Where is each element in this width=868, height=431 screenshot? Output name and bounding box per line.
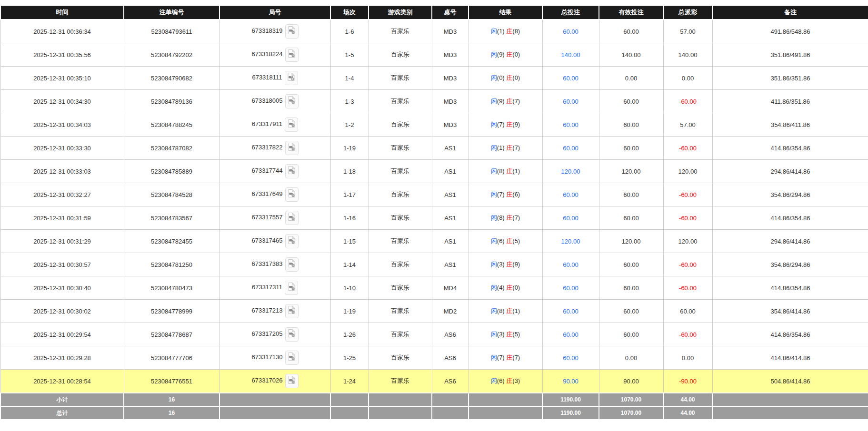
footer-total-bet: 1190.00: [542, 393, 599, 406]
video-replay-button[interactable]: [285, 351, 299, 365]
footer-payout: 44.00: [663, 406, 712, 420]
video-replay-button[interactable]: [285, 257, 299, 272]
table-row[interactable]: 2025-12-31 00:30:40523084780473673317311…: [0, 276, 868, 300]
table-row[interactable]: 2025-12-31 00:29:28523084777706673317130…: [0, 346, 868, 370]
table-no-cell: AS1: [432, 253, 469, 276]
total-bet-link[interactable]: 60.00: [563, 75, 579, 82]
video-replay-button[interactable]: [285, 327, 299, 342]
video-replay-button[interactable]: [285, 141, 299, 155]
banker-score: (0): [512, 284, 520, 291]
total-bet-link[interactable]: 60.00: [563, 98, 579, 105]
game-type-cell: 百家乐: [369, 183, 432, 206]
round-cell: 673318224: [219, 43, 330, 67]
valid-bet-cell: 60.00: [599, 183, 663, 206]
valid-bet-cell: 120.00: [599, 160, 663, 183]
table-row[interactable]: 2025-12-31 00:30:57523084781250673317383…: [0, 253, 868, 276]
total-bet-link[interactable]: 90.00: [563, 378, 579, 385]
video-replay-button[interactable]: [285, 118, 298, 132]
bet-id-cell: 523084793611: [124, 20, 219, 43]
player-label: 闲: [491, 51, 497, 58]
table-row[interactable]: 2025-12-31 00:33:30523084787082673317822…: [0, 137, 868, 160]
table-no-cell: AS6: [432, 346, 469, 370]
total-bet-link[interactable]: 140.00: [561, 51, 580, 59]
total-bet-link[interactable]: 60.00: [563, 308, 579, 315]
result-cell: 闲(9) 庄(7): [469, 90, 542, 113]
banker-score: (7): [512, 354, 520, 361]
table-row[interactable]: 2025-12-31 00:30:02523084778999673317213…: [0, 300, 868, 323]
total-bet-link[interactable]: 60.00: [563, 354, 579, 362]
banker-score: (9): [512, 121, 520, 128]
total-bet-link[interactable]: 120.00: [561, 168, 580, 175]
table-row[interactable]: 2025-12-31 00:33:03523084785889673317744…: [0, 160, 868, 183]
table-row[interactable]: 2025-12-31 00:28:54523084776551673317026…: [0, 370, 868, 393]
table-row[interactable]: 2025-12-31 00:35:56523084792202673318224…: [0, 43, 868, 67]
payout-cell: -60.00: [663, 90, 712, 113]
video-replay-button[interactable]: [285, 234, 299, 248]
total-bet-cell: 60.00: [542, 323, 599, 346]
bet-id-cell: 523084787082: [124, 137, 219, 160]
table-row[interactable]: 2025-12-31 00:31:29523084782455673317465…: [0, 230, 868, 253]
video-replay-button[interactable]: [285, 374, 299, 388]
subtotal-row: 小计161190.001070.0044.00: [0, 393, 868, 406]
video-replay-button[interactable]: [285, 304, 299, 318]
banker-score: (0): [512, 51, 520, 58]
bet-id-cell: 523084782455: [124, 230, 219, 253]
video-replay-button[interactable]: [285, 48, 299, 62]
bet-id-cell: 523084785889: [124, 160, 219, 183]
table-row[interactable]: 2025-12-31 00:35:10523084790682673318111…: [0, 67, 868, 90]
round-cell: 673318111: [219, 67, 330, 90]
valid-bet-cell: 140.00: [599, 43, 663, 67]
total-bet-cell: 60.00: [542, 253, 599, 276]
table-no-cell: MD3: [432, 67, 469, 90]
footer-empty-cell: [432, 393, 469, 406]
table-row[interactable]: 2025-12-31 00:29:54523084778687673317205…: [0, 323, 868, 346]
result-cell: 闲(4) 庄(0): [469, 276, 542, 300]
total-bet-link[interactable]: 60.00: [563, 215, 579, 222]
table-row[interactable]: 2025-12-31 00:34:30523084789136673318005…: [0, 90, 868, 113]
table-row[interactable]: 2025-12-31 00:32:27523084784528673317649…: [0, 183, 868, 206]
time-cell: 2025-12-31 00:29:54: [0, 323, 124, 346]
valid-bet-cell: 120.00: [599, 230, 663, 253]
footer-empty-cell: [330, 393, 369, 406]
total-bet-cell: 60.00: [542, 113, 599, 137]
video-replay-button[interactable]: [285, 187, 299, 202]
round-id: 673317822: [251, 144, 282, 151]
total-bet-link[interactable]: 60.00: [563, 28, 579, 35]
total-bet-link[interactable]: 60.00: [563, 121, 579, 128]
table-row[interactable]: 2025-12-31 00:34:03523084788245673317911…: [0, 113, 868, 137]
column-header-total_bet: 总投注: [542, 5, 599, 20]
result-cell: 闲(8) 庄(1): [469, 160, 542, 183]
column-header-time: 时间: [0, 5, 124, 20]
video-replay-button[interactable]: [285, 24, 299, 39]
table-row[interactable]: 2025-12-31 00:31:59523084783567673317557…: [0, 206, 868, 230]
time-cell: 2025-12-31 00:34:03: [0, 113, 124, 137]
video-replay-button[interactable]: [285, 94, 299, 108]
table-row[interactable]: 2025-12-31 00:36:34523084793611673318319…: [0, 20, 868, 43]
total-bet-link[interactable]: 60.00: [563, 191, 579, 198]
total-bet-link[interactable]: 60.00: [563, 331, 579, 338]
total-bet-link[interactable]: 60.00: [563, 145, 579, 152]
footer-label: 小计: [0, 393, 124, 406]
total-bet-cell: 60.00: [542, 346, 599, 370]
video-replay-button[interactable]: [285, 71, 298, 85]
total-bet-link[interactable]: 120.00: [561, 238, 580, 245]
payout-cell: -60.00: [663, 323, 712, 346]
session-cell: 1-19: [330, 300, 369, 323]
video-replay-button[interactable]: [285, 211, 299, 225]
round-cell: 673317383: [219, 253, 330, 276]
player-score: (0): [497, 74, 507, 81]
video-file-icon: [288, 355, 296, 362]
total-bet-cell: 60.00: [542, 276, 599, 300]
time-cell: 2025-12-31 00:31:59: [0, 206, 124, 230]
video-replay-button[interactable]: [285, 281, 298, 295]
table-no-cell: MD3: [432, 20, 469, 43]
total-bet-link[interactable]: 60.00: [563, 261, 579, 268]
session-cell: 1-16: [330, 206, 369, 230]
player-score: (7): [497, 354, 507, 361]
total-bet-link[interactable]: 60.00: [563, 284, 579, 292]
video-replay-button[interactable]: [285, 164, 299, 178]
remark-cell: 414.86/354.86: [712, 137, 868, 160]
footer-empty-cell: [469, 393, 542, 406]
footer-empty-cell: [432, 406, 469, 420]
result-cell: 闲(6) 庄(3): [469, 370, 542, 393]
